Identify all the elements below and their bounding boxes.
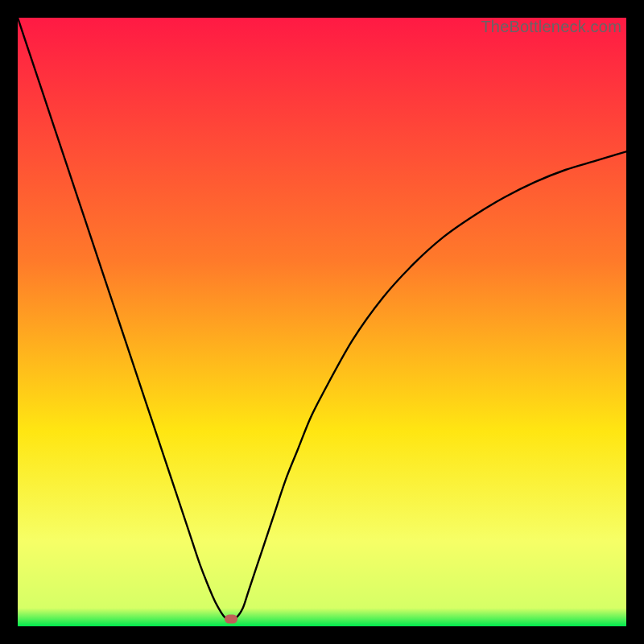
optimal-point-marker bbox=[225, 614, 237, 623]
watermark-text: TheBottleneck.com bbox=[481, 18, 621, 36]
chart-frame: TheBottleneck.com bbox=[18, 18, 626, 626]
chart-background bbox=[18, 18, 626, 626]
bottleneck-chart bbox=[18, 18, 626, 626]
